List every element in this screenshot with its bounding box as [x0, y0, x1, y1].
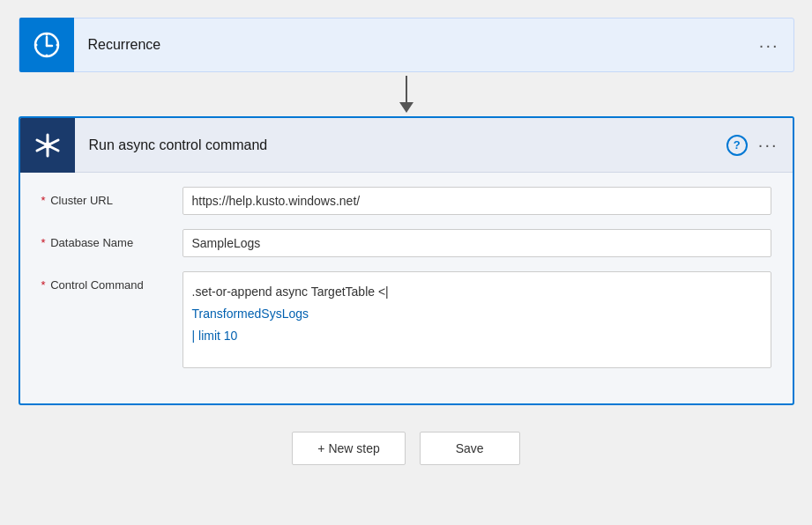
- recurrence-icon-box: [19, 18, 74, 72]
- clock-icon: [33, 31, 61, 59]
- svg-point-3: [45, 33, 48, 36]
- database-name-required: *: [41, 236, 46, 249]
- async-card-body: * Cluster URL * Database Name * Control …: [20, 173, 793, 403]
- control-command-line3-text: | limit 10: [192, 329, 238, 343]
- control-command-line1-text: .set-or-append async TargetTable <|: [192, 285, 389, 299]
- control-command-line2: TransformedSysLogs: [192, 303, 762, 325]
- svg-point-6: [56, 44, 58, 47]
- help-button[interactable]: ?: [726, 135, 748, 156]
- cluster-url-row: * Cluster URL: [41, 187, 771, 215]
- async-icon-box: [20, 118, 75, 173]
- connector-line: [406, 76, 407, 102]
- svg-point-4: [45, 55, 48, 57]
- control-command-label: * Control Command: [41, 271, 183, 292]
- control-command-content[interactable]: .set-or-append async TargetTable <| Tran…: [183, 271, 771, 368]
- save-button[interactable]: Save: [420, 432, 520, 465]
- connector: [399, 72, 413, 116]
- control-command-row: * Control Command .set-or-append async T…: [41, 271, 771, 368]
- database-name-label-text: Database Name: [50, 236, 133, 249]
- async-card-header: Run async control command ? ···: [20, 118, 793, 173]
- control-command-label-text: Control Command: [50, 278, 144, 292]
- cluster-url-required: *: [41, 194, 46, 207]
- kusto-icon: [34, 131, 62, 159]
- control-command-line2-text: TransformedSysLogs: [192, 307, 309, 321]
- control-command-required: *: [41, 278, 46, 292]
- control-command-line3: | limit 10: [192, 325, 762, 347]
- recurrence-title: Recurrence: [74, 37, 745, 53]
- async-card-title: Run async control command: [75, 137, 712, 153]
- recurrence-card: Recurrence ···: [19, 18, 794, 72]
- control-command-line1: .set-or-append async TargetTable <|: [192, 281, 762, 303]
- async-menu-button[interactable]: ···: [758, 135, 778, 155]
- cluster-url-input[interactable]: [183, 187, 771, 215]
- database-name-input[interactable]: [183, 229, 771, 257]
- bottom-actions: + New step Save: [292, 432, 519, 465]
- database-name-row: * Database Name: [41, 229, 771, 257]
- svg-point-10: [44, 142, 50, 148]
- cluster-url-label-text: Cluster URL: [50, 194, 113, 207]
- cluster-url-label: * Cluster URL: [41, 187, 183, 207]
- async-header-actions: ? ···: [712, 135, 793, 156]
- database-name-label: * Database Name: [41, 229, 183, 249]
- async-card: Run async control command ? ··· * Cluste…: [19, 116, 794, 405]
- svg-point-5: [34, 44, 37, 47]
- connector-arrow: [399, 102, 413, 113]
- recurrence-menu-button[interactable]: ···: [745, 35, 793, 55]
- new-step-button[interactable]: + New step: [292, 432, 405, 465]
